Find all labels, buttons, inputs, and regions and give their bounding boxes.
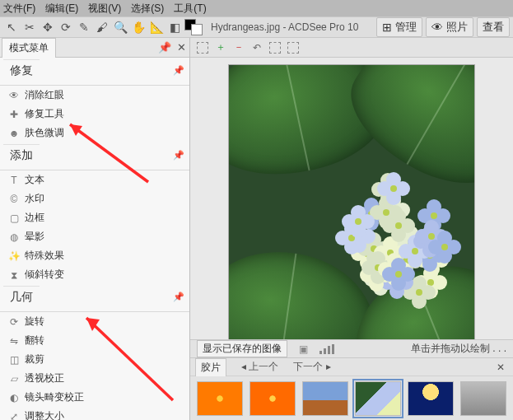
prev-button[interactable]: ◂ 上一个	[241, 360, 278, 374]
square-icon[interactable]: ▣	[299, 343, 308, 355]
photo-label: 照片	[446, 20, 468, 35]
thumbnail[interactable]	[408, 381, 454, 416]
view-label: 查看	[483, 20, 504, 35]
item-lens-distort[interactable]: ◐镜头畸变校正	[0, 388, 189, 407]
menu-tools[interactable]: 工具(T)	[174, 2, 206, 16]
pin-icon[interactable]: 📌	[173, 292, 184, 302]
item-border[interactable]: ▢边框	[0, 208, 189, 227]
window-title: Hydrangeas.jpg - ACDSee Pro 10	[204, 21, 365, 33]
histogram-icon[interactable]	[319, 344, 334, 354]
item-label: 文本	[25, 173, 44, 187]
item-perspective[interactable]: ▱透视校正	[0, 369, 189, 388]
item-rotate[interactable]: ⟳旋转	[0, 312, 189, 331]
item-label: 调整大小	[25, 409, 64, 420]
marquee-options-icon[interactable]	[268, 40, 282, 55]
color-swatches[interactable]	[184, 19, 203, 35]
grid-icon: ⊞	[382, 21, 392, 34]
next-label: 下一个	[293, 361, 323, 372]
shape-tool-icon[interactable]: ◧	[166, 19, 183, 35]
item-vignette[interactable]: ◍晕影	[0, 227, 189, 246]
redeye-icon: 👁	[8, 90, 20, 101]
item-label: 翻转	[25, 334, 44, 348]
thumbnail[interactable]	[250, 381, 296, 416]
menu-file[interactable]: 文件(F)	[3, 2, 35, 16]
item-red-eye[interactable]: 👁消除红眼	[0, 86, 189, 105]
canvas-viewport[interactable]	[190, 58, 513, 339]
view-button[interactable]: 查看	[477, 17, 510, 37]
ruler-tool-icon[interactable]: 📐	[148, 19, 165, 35]
item-label: 透视校正	[25, 371, 64, 385]
skin-icon: ☻	[8, 128, 20, 139]
tilt-icon: ⧗	[8, 269, 20, 281]
panel-body: 修复 📌 👁消除红眼 ✚修复工具 ☻肤色微调 添加 📌 T文本 ©水印 ▢边框 …	[0, 58, 189, 420]
item-tilt-shift[interactable]: ⧗倾斜转变	[0, 265, 189, 284]
item-special-fx[interactable]: ✨特殊效果	[0, 246, 189, 265]
category-add[interactable]: 添加 📌	[0, 142, 189, 170]
undo-icon[interactable]: ↶	[250, 40, 264, 55]
eye-icon: 👁	[431, 21, 443, 34]
item-resize[interactable]: ⤢调整大小	[0, 407, 189, 420]
canvas-toolbar: ＋ － ↶	[190, 38, 513, 58]
manage-label: 管理	[395, 20, 417, 35]
sub-selection-icon[interactable]: －	[231, 40, 246, 55]
show-saved-button[interactable]: 显示已保存的图像	[197, 340, 287, 357]
item-watermark[interactable]: ©水印	[0, 189, 189, 208]
lens-icon: ◐	[8, 392, 20, 404]
menu-select[interactable]: 选择(S)	[131, 2, 164, 16]
next-button[interactable]: 下一个 ▸	[293, 360, 330, 374]
status-hint: 单击并拖动以绘制 . . .	[411, 342, 506, 356]
hand-tool-icon[interactable]: ✋	[130, 19, 147, 35]
item-crop[interactable]: ◫裁剪	[0, 350, 189, 369]
item-label: 晕影	[25, 230, 44, 244]
item-label: 边框	[25, 211, 44, 225]
pointer-tool-icon[interactable]: ↖	[3, 19, 20, 35]
category-repair[interactable]: 修复 📌	[0, 58, 189, 86]
rotate-icon: ⟳	[8, 316, 20, 328]
pin-icon[interactable]: 📌	[156, 41, 173, 54]
move-tool-icon[interactable]: ✥	[40, 19, 56, 35]
crop-icon: ◫	[8, 354, 20, 366]
perspective-icon: ▱	[8, 373, 20, 385]
item-flip[interactable]: ⇋翻转	[0, 331, 189, 350]
item-label: 镜头畸变校正	[25, 390, 84, 404]
manage-button[interactable]: ⊞ 管理	[376, 17, 422, 37]
item-label: 特殊效果	[25, 249, 64, 263]
text-icon: T	[8, 175, 20, 186]
background-swatch[interactable]	[191, 24, 203, 35]
marquee-icon[interactable]	[195, 40, 210, 55]
image-canvas[interactable]	[228, 64, 475, 339]
filmstrip-close-icon[interactable]: ✕	[493, 362, 508, 373]
status-bar: 显示已保存的图像 ▣ 单击并拖动以绘制 . . .	[190, 339, 513, 357]
filmstrip-tab[interactable]: 胶片	[195, 358, 226, 376]
photo-button[interactable]: 👁 照片	[426, 17, 473, 37]
item-label: 倾斜转变	[25, 268, 64, 282]
category-geometry[interactable]: 几何 📌	[0, 284, 189, 312]
item-text[interactable]: T文本	[0, 170, 189, 189]
category-geometry-label: 几何	[3, 286, 40, 308]
zoom-tool-icon[interactable]: 🔍	[112, 19, 128, 35]
thumbnail[interactable]	[302, 381, 348, 416]
thumbnail-strip[interactable]	[190, 376, 513, 420]
panel-tab-mode-menu[interactable]: 模式菜单	[2, 38, 56, 58]
pin-icon[interactable]: 📌	[173, 65, 184, 76]
crop-tool-icon[interactable]: ✂	[21, 19, 38, 35]
menu-edit[interactable]: 编辑(E)	[45, 2, 78, 16]
brush-tool-icon[interactable]: 🖌	[94, 19, 110, 35]
toolbar: ↖ ✂ ✥ ⟳ ✎ 🖌 🔍 ✋ 📐 ◧ Hydrangeas.jpg - ACD…	[0, 16, 513, 38]
item-repair-tool[interactable]: ✚修复工具	[0, 105, 189, 124]
category-add-label: 添加	[3, 144, 40, 166]
thumbnail[interactable]	[460, 381, 506, 416]
pin-icon[interactable]: 📌	[173, 150, 184, 161]
left-panel: 模式菜单 📌 ✕ 修复 📌 👁消除红眼 ✚修复工具 ☻肤色微调 添加 📌 T文本…	[0, 38, 190, 420]
thumbnail-selected[interactable]	[355, 381, 401, 416]
item-skin-tune[interactable]: ☻肤色微调	[0, 124, 189, 142]
thumbnail[interactable]	[197, 381, 243, 416]
close-icon[interactable]: ✕	[173, 41, 189, 54]
menu-view[interactable]: 视图(V)	[88, 2, 121, 16]
prev-label: 上一个	[249, 361, 278, 372]
add-selection-icon[interactable]: ＋	[213, 40, 228, 55]
pencil-tool-icon[interactable]: ✎	[76, 19, 92, 35]
rotate-tool-icon[interactable]: ⟳	[58, 19, 74, 35]
item-label: 裁剪	[25, 352, 44, 366]
marquee-options2-icon[interactable]	[286, 40, 301, 55]
